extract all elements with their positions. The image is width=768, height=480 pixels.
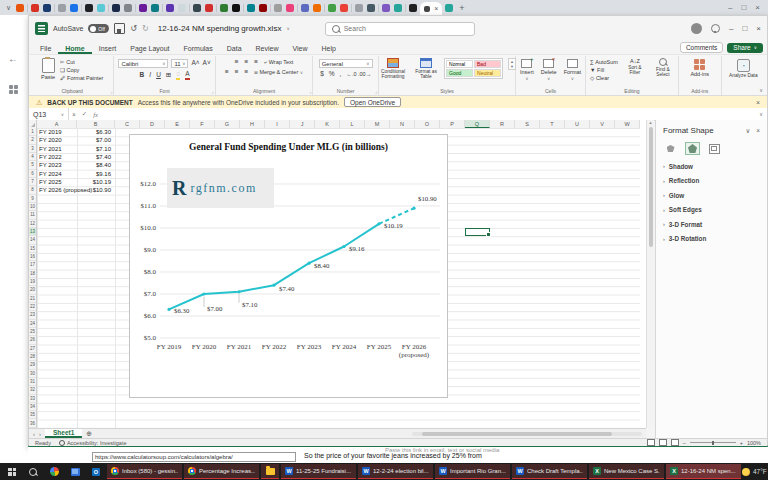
column-header-L[interactable]: L bbox=[340, 120, 365, 128]
row-header-6[interactable]: 6 bbox=[29, 170, 36, 178]
browser-tab-favicon[interactable] bbox=[31, 4, 39, 12]
ribbon-tab-view[interactable]: View bbox=[286, 44, 315, 54]
excel-minimize-button[interactable]: – bbox=[729, 25, 733, 33]
number-dialog-launcher[interactable]: ⌟ bbox=[375, 89, 377, 94]
browser-tab-favicon[interactable] bbox=[16, 4, 24, 12]
ribbon-tab-review[interactable]: Review bbox=[249, 44, 286, 54]
browser-tab-favicon[interactable] bbox=[328, 4, 336, 12]
grow-font-button[interactable]: A˄ bbox=[191, 60, 199, 67]
row-header-9[interactable]: 9 bbox=[29, 195, 36, 203]
tab-close-icon[interactable]: × bbox=[434, 5, 438, 12]
column-header-V[interactable]: V bbox=[590, 120, 615, 128]
column-header-J[interactable]: J bbox=[290, 120, 315, 128]
ribbon-tab-insert[interactable]: Insert bbox=[92, 44, 124, 54]
zoom-out-button[interactable]: – bbox=[683, 440, 686, 446]
row-header-18[interactable]: 18 bbox=[29, 270, 36, 278]
cell-style-good[interactable]: Good bbox=[446, 69, 473, 77]
bold-button[interactable]: B bbox=[140, 72, 145, 79]
share-url-box[interactable]: https://www.calculatorsoup.com/calculato… bbox=[92, 452, 296, 462]
row-header-4[interactable]: 4 bbox=[29, 153, 36, 161]
cell-b5[interactable]: $8.40 bbox=[37, 162, 111, 168]
styles-gallery-scroll[interactable]: ▲▼ bbox=[508, 58, 516, 70]
add-sheet-icon[interactable]: ⊕ bbox=[86, 430, 92, 438]
taskbar-button-check-draft-templa-[interactable]: WCheck Draft Templa... bbox=[512, 464, 587, 479]
ribbon-collapse-icon[interactable]: ∨ bbox=[759, 87, 763, 93]
browser-minimize-button[interactable]: – bbox=[728, 3, 732, 12]
photos-app-button[interactable] bbox=[44, 464, 64, 479]
pane-section-3-d-format[interactable]: ›3-D Format bbox=[663, 221, 760, 228]
row-header-23[interactable]: 23 bbox=[29, 311, 36, 319]
browser-tab-favicon[interactable] bbox=[274, 4, 282, 12]
zoom-slider[interactable] bbox=[690, 442, 736, 443]
spending-chart[interactable]: General Fund Spending Under MLG (in bill… bbox=[129, 134, 448, 398]
taskbar-button-12-16-24-nm-spen-[interactable]: X12-16-24 NM spen... bbox=[666, 464, 741, 479]
browser-tab-favicon[interactable] bbox=[85, 4, 93, 12]
decimal-buttons[interactable]: ←.0 .00→ bbox=[346, 71, 371, 77]
browser-tab-favicon[interactable] bbox=[313, 4, 321, 12]
browser-tab-favicon[interactable] bbox=[355, 4, 363, 12]
browser-tab-favicon[interactable] bbox=[286, 4, 294, 12]
row-header-30[interactable]: 30 bbox=[29, 370, 36, 378]
row-header-16[interactable]: 16 bbox=[29, 253, 36, 261]
browser-tab-favicon[interactable] bbox=[205, 4, 213, 12]
row-header-13[interactable]: 13 bbox=[29, 228, 36, 236]
percent-format-button[interactable]: % bbox=[329, 71, 335, 78]
column-header-B[interactable]: B bbox=[77, 120, 115, 128]
cell-b3[interactable]: $7.10 bbox=[37, 146, 111, 152]
title-chevron-icon[interactable]: ∨ bbox=[286, 26, 289, 31]
row-header-25[interactable]: 25 bbox=[29, 328, 36, 336]
outlook-button[interactable]: O bbox=[86, 464, 106, 479]
pane-section-reflection[interactable]: ›Reflection bbox=[663, 177, 760, 184]
row-header-5[interactable]: 5 bbox=[29, 161, 36, 169]
search-input[interactable]: Search bbox=[325, 22, 475, 36]
row-header-12[interactable]: 12 bbox=[29, 220, 36, 228]
page-layout-view-button[interactable] bbox=[659, 439, 667, 446]
apps-grid-icon[interactable] bbox=[9, 85, 18, 94]
ribbon-tab-home[interactable]: Home bbox=[58, 44, 91, 54]
column-header-C[interactable]: C bbox=[115, 120, 140, 128]
underline-button[interactable]: U bbox=[156, 72, 161, 79]
horizontal-scrollbar[interactable] bbox=[412, 432, 642, 436]
row-header-10[interactable]: 10 bbox=[29, 203, 36, 211]
row-header-7[interactable]: 7 bbox=[29, 178, 36, 186]
browser-tab-favicon[interactable] bbox=[58, 4, 66, 12]
row-header-31[interactable]: 31 bbox=[29, 378, 36, 386]
number-format-select[interactable]: General∨ bbox=[319, 59, 373, 68]
shrink-font-button[interactable]: A˅ bbox=[203, 60, 211, 67]
column-header-K[interactable]: K bbox=[315, 120, 340, 128]
browser-tab-favicon[interactable] bbox=[166, 4, 174, 12]
ribbon-tab-file[interactable]: File bbox=[33, 44, 58, 54]
page-break-view-button[interactable] bbox=[671, 439, 679, 446]
clear-button[interactable]: ◇ Clear bbox=[590, 75, 618, 81]
browser-tab-favicon[interactable] bbox=[367, 4, 375, 12]
column-header-M[interactable]: M bbox=[365, 120, 390, 128]
browser-close-button[interactable]: × bbox=[755, 3, 760, 12]
row-header-11[interactable]: 11 bbox=[29, 211, 36, 219]
vertical-scrollbar[interactable]: ▲ bbox=[646, 120, 654, 428]
name-box[interactable]: Q13 ∨ bbox=[29, 108, 69, 120]
browser-tab-favicon[interactable] bbox=[193, 4, 201, 12]
browser-tab-favicon[interactable] bbox=[70, 4, 78, 12]
row-header-27[interactable]: 27 bbox=[29, 345, 36, 353]
share-button[interactable]: Share ∨ bbox=[727, 43, 763, 53]
font-name-select[interactable]: Calibri∨ bbox=[118, 59, 168, 68]
ribbon-tab-help[interactable]: Help bbox=[315, 44, 343, 54]
row-header-34[interactable]: 34 bbox=[29, 403, 36, 411]
pane-close-icon[interactable]: × bbox=[756, 127, 760, 135]
cell-b6[interactable]: $9.16 bbox=[37, 171, 111, 177]
zoom-in-button[interactable]: + bbox=[740, 440, 743, 446]
accessibility-status[interactable]: Accessibility: Investigate bbox=[59, 440, 127, 446]
addins-button[interactable]: Add-ins bbox=[690, 59, 709, 77]
cells-insert-button[interactable]: Insert∨ bbox=[520, 59, 534, 81]
row-header-2[interactable]: 2 bbox=[29, 136, 36, 144]
remote-desktop-button[interactable] bbox=[65, 464, 85, 479]
fill-line-tab[interactable] bbox=[663, 142, 678, 155]
taskbar-button-inbox-580-gessin-[interactable]: Inbox (580) - gessin... bbox=[107, 464, 182, 479]
browser-maximize-button[interactable]: □ bbox=[741, 3, 746, 12]
format-as-table-button[interactable]: Format as Table bbox=[413, 58, 439, 80]
tab-search-chevron-icon[interactable]: ∨ bbox=[6, 4, 11, 12]
borders-button[interactable]: ⊞ bbox=[166, 72, 171, 79]
row-header-14[interactable]: 14 bbox=[29, 236, 36, 244]
row-header-22[interactable]: 22 bbox=[29, 303, 36, 311]
align-top-button[interactable]: ≡ bbox=[235, 59, 239, 66]
